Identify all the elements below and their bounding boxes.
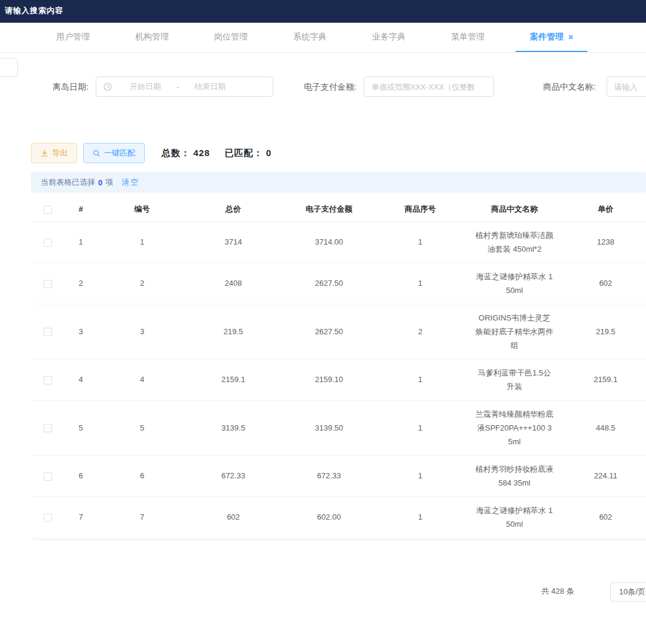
cell-price: 602 [565, 263, 646, 304]
row-checkbox[interactable] [44, 239, 52, 247]
col-header-total: 总价 [185, 197, 281, 221]
top-navbar: 请输入搜索内容 [0, 0, 646, 23]
cell-payment: 2159.10 [281, 359, 377, 400]
cell-seq: 1 [377, 400, 464, 455]
close-icon[interactable]: × [568, 32, 573, 42]
cell-price: 602 [565, 496, 646, 538]
cell-index: 7 [63, 496, 99, 538]
table-row: 4 4 2159.1 2159.10 1 马爹利蓝带干邑1.5公升装 2159.… [33, 359, 646, 400]
col-header-index: # [63, 197, 99, 221]
cell-seq: 1 [377, 263, 464, 304]
cell-payment: 672.33 [281, 455, 377, 496]
filter-row: 离岛日期: 开始日期 - 结束日期 电子支付金额: 商品中文名称: [0, 75, 646, 98]
cell-seq: 1 [377, 496, 464, 538]
table-row: 6 6 672.33 672.33 1 植村秀羽纱持妆粉底液 584 35ml … [33, 455, 646, 496]
row-checkbox[interactable] [44, 328, 52, 336]
selection-bar: 当前表格已选择 0 项 清空 [31, 172, 646, 193]
total-label: 总数： [162, 148, 190, 158]
table-row: 7 7 602 602.00 1 海蓝之谜修护精萃水 150ml 602 [33, 496, 646, 538]
table-row: 2 2 2408 2627.50 1 海蓝之谜修护精萃水 150ml 602 [33, 263, 646, 304]
global-search-input[interactable]: 请输入搜索内容 [5, 5, 63, 16]
cell-price: 219.5 [565, 304, 646, 359]
tab-system-dict[interactable]: 系统字典 [279, 23, 341, 52]
table-row: 3 3 219.5 2627.50 2 ORIGINS韦博士灵芝焕能好底子精华水… [33, 304, 646, 359]
cell-product-name: 植村秀羽纱持妆粉底液 584 35ml [464, 455, 565, 496]
one-click-match-label: 一键匹配 [104, 148, 135, 158]
product-name-input[interactable] [607, 77, 646, 97]
start-date-input[interactable]: 开始日期 [130, 81, 161, 92]
row-checkbox[interactable] [44, 280, 52, 288]
row-checkbox[interactable] [44, 472, 52, 481]
cell-product-name: 马爹利蓝带干邑1.5公升装 [464, 359, 565, 400]
cell-payment: 3139.50 [281, 400, 377, 455]
cell-price: 224.11 [565, 455, 646, 496]
payment-amount-input[interactable] [364, 77, 494, 97]
row-checkbox[interactable] [44, 376, 52, 384]
app-window: 请输入搜索内容 用户管理 机构管理 岗位管理 系统字典 业务字典 菜单管理 案件… [0, 0, 646, 644]
table-header-row: # 编号 总价 电子支付金额 商品序号 商品中文名称 单价 [33, 197, 646, 221]
cell-seq: 1 [377, 359, 464, 400]
cell-payment: 602.00 [281, 496, 377, 538]
selection-prefix: 当前表格已选择 [41, 177, 95, 188]
cell-seq: 1 [377, 538, 464, 540]
tab-user-management[interactable]: 用户管理 [42, 23, 104, 52]
match-stats: 总数： 428 已匹配： 0 [162, 148, 272, 159]
col-header-name: 商品中文名称 [464, 197, 565, 221]
one-click-match-button[interactable]: 一键匹配 [83, 143, 145, 163]
cell-product-name: ORIGINS韦博士灵芝焕能好底子精华水两件组 [464, 304, 565, 359]
col-header-price: 单价 [565, 197, 646, 221]
cell-index: 6 [63, 455, 99, 496]
tab-menu-management[interactable]: 菜单管理 [437, 23, 499, 52]
col-header-payment: 电子支付金额 [281, 197, 377, 221]
cell-payment: 1868.08 [281, 538, 377, 540]
cell-total: 1868.08 [185, 538, 281, 540]
cell-seq: 1 [377, 221, 464, 263]
page-size-select[interactable]: 10条/页 [610, 582, 646, 602]
date-filter-label: 离岛日期: [53, 75, 89, 98]
tab-business-dict[interactable]: 业务字典 [358, 23, 420, 52]
clear-selection-link[interactable]: 清空 [121, 177, 139, 188]
cell-seq: 2 [377, 304, 464, 359]
data-table: # 编号 总价 电子支付金额 商品序号 商品中文名称 单价 1 1 3714 3… [33, 197, 646, 540]
product-name-filter-label: 商品中文名称: [543, 75, 596, 98]
cell-index: 3 [63, 304, 99, 359]
cell-product-name: 海蓝之谜修护精萃水 150ml [464, 263, 565, 304]
cell-index: 2 [63, 263, 99, 304]
select-all-checkbox[interactable] [44, 206, 52, 214]
selection-suffix: 项 [105, 177, 113, 188]
cell-payment: 3714.00 [281, 221, 377, 263]
cell-payment: 2627.50 [281, 263, 377, 304]
search-icon [93, 149, 100, 157]
row-checkbox[interactable] [44, 424, 52, 432]
col-header-code: 编号 [99, 197, 185, 221]
cell-total: 602 [185, 496, 281, 538]
tab-post-management[interactable]: 岗位管理 [200, 23, 262, 52]
cell-total: 672.33 [185, 455, 281, 496]
col-header-seq: 商品序号 [377, 197, 464, 221]
cell-price: 2159.1 [565, 359, 646, 400]
cell-total: 3139.5 [185, 400, 281, 455]
tab-case-management[interactable]: 案件管理 × [516, 23, 587, 52]
date-range-picker[interactable]: 开始日期 - 结束日期 [96, 77, 273, 97]
cell-code: 5 [99, 400, 185, 455]
cell-code: 4 [99, 359, 185, 400]
collapsed-panel[interactable] [0, 58, 18, 77]
tab-bar: 用户管理 机构管理 岗位管理 系统字典 业务字典 菜单管理 案件管理 × [0, 23, 646, 53]
cell-index: 4 [63, 359, 99, 400]
tab-org-management[interactable]: 机构管理 [121, 23, 183, 52]
pagination-total: 共 428 条 [541, 586, 574, 597]
export-button[interactable]: 导出 [31, 143, 77, 163]
matched-label: 已匹配： [225, 148, 263, 158]
cell-product-name: 兰蔻菁纯臻颜精华粉底液SPF20PA+++100 35ml [464, 400, 565, 455]
cell-price: 1238 [565, 221, 646, 263]
cell-index: 1 [63, 221, 99, 263]
cell-code: 6 [99, 455, 185, 496]
selection-count: 0 [98, 178, 102, 187]
cell-seq: 1 [377, 455, 464, 496]
table-row: 8 8 1868.08 1868.08 1 卡诗菁纯亮泽经典香氛 466.02 [33, 538, 646, 540]
date-range-separator: - [176, 83, 179, 91]
end-date-input[interactable]: 结束日期 [194, 81, 226, 92]
row-checkbox[interactable] [44, 514, 52, 522]
clock-icon [103, 83, 112, 91]
cell-index: 5 [63, 400, 99, 455]
